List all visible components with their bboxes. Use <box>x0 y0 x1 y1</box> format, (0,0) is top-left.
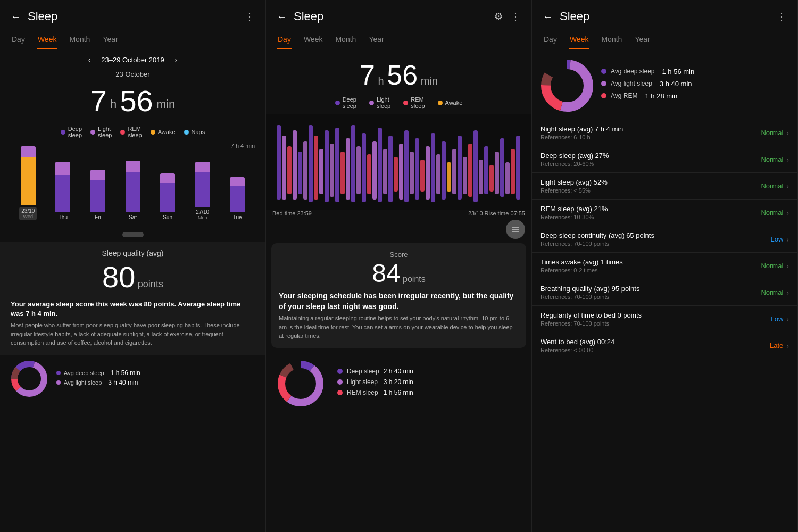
metric-row-7[interactable]: Regularity of time to bed 0 points Refer… <box>532 306 797 332</box>
svg-rect-36 <box>442 141 446 200</box>
dl2-light-val: 3 h 20 min <box>384 378 413 386</box>
p3-light-val: 3 h 40 min <box>660 80 692 88</box>
settings-icon-2[interactable]: ⚙ <box>494 11 503 22</box>
bar-chart-1: 7 h 4 min 23/10Wed Thu <box>0 143 265 228</box>
bar-2[interactable]: Thu <box>48 151 79 220</box>
page-title-1: Sleep <box>28 10 57 23</box>
tab-p3-day[interactable]: Day <box>543 32 558 49</box>
dl2-rem-val: 1 h 56 min <box>384 389 413 396</box>
deep-dot-1 <box>61 130 65 135</box>
metric-status-5: Normal <box>761 262 783 270</box>
tab-p3-month[interactable]: Month <box>600 32 623 49</box>
tab-day-1[interactable]: Day <box>11 32 26 49</box>
bar-3[interactable]: Fri <box>82 151 113 220</box>
svg-rect-30 <box>410 152 414 194</box>
p3-rem-dot <box>601 93 606 98</box>
prev-arrow-1[interactable]: ‹ <box>88 56 90 64</box>
dl-deep-dot-1 <box>56 371 61 375</box>
bar-6[interactable]: 27/10Mon <box>187 151 218 220</box>
menu-icon-3[interactable]: ⋮ <box>776 10 787 23</box>
tab-month-1[interactable]: Month <box>68 32 91 49</box>
menu-icon-2[interactable]: ⋮ <box>510 10 521 23</box>
sleep-hours-1: 7 <box>90 84 107 118</box>
p2-legend: Deepsleep Lightsleep REMsleep Awake <box>266 94 531 114</box>
deep-label-1: Deepsleep <box>68 126 82 138</box>
donut-section-1: Avg deep sleep 1 h 56 min Avg light slee… <box>0 355 265 403</box>
metric-row-1[interactable]: Deep sleep (avg) 27% References: 20-60% … <box>532 146 797 173</box>
score-desc-bold: Your sleeping schedule has been irregula… <box>279 291 519 312</box>
naps-dot-1 <box>184 130 189 135</box>
svg-rect-17 <box>340 152 345 194</box>
back-arrow-icon[interactable]: ← <box>11 11 21 23</box>
metric-row-2[interactable]: Light sleep (avg) 52% References: < 55% … <box>532 173 797 200</box>
tab-day-2[interactable]: Day <box>277 32 292 49</box>
bar-date-7: Tue <box>233 214 242 220</box>
svg-rect-6 <box>282 136 286 200</box>
tab-week-2[interactable]: Week <box>303 32 324 49</box>
bar-date-1: 23/10Wed <box>19 207 37 220</box>
p2-rem-label: REMsleep <box>411 96 425 109</box>
score-value: 84 points <box>279 259 519 288</box>
metric-row-8[interactable]: Went to bed (avg) 00:24 References: < 00… <box>532 332 797 359</box>
donut-chart-1 <box>11 360 48 397</box>
page-title-2: Sleep <box>294 10 323 23</box>
svg-rect-29 <box>404 130 409 202</box>
header-1: ← Sleep ⋮ <box>0 0 265 29</box>
bar-date-5: Sun <box>163 214 172 220</box>
metric-right-7: Low › <box>770 315 789 323</box>
date-sub-1: 23 October <box>0 68 265 80</box>
svg-rect-32 <box>420 160 425 192</box>
back-arrow-3[interactable]: ← <box>543 11 553 23</box>
tab-year-2[interactable]: Year <box>368 32 385 49</box>
rise-date-label: 23/10 Rise time 07:55 <box>468 210 525 217</box>
bars-container-1: 23/10Wed Thu Fri <box>11 151 255 220</box>
svg-rect-7 <box>287 146 292 194</box>
bar-5[interactable]: Sun <box>152 151 183 220</box>
tab-month-2[interactable]: Month <box>334 32 357 49</box>
metric-row-5[interactable]: Times awake (avg) 1 times References: 0-… <box>532 253 797 279</box>
metric-right-5: Normal › <box>761 262 789 270</box>
tab-year-1[interactable]: Year <box>102 32 119 49</box>
svg-rect-21 <box>362 133 366 202</box>
svg-rect-5 <box>277 125 281 200</box>
sleep-mins-2: 56 <box>387 60 418 90</box>
svg-rect-39 <box>458 136 462 200</box>
metric-row-4[interactable]: Deep sleep continuity (avg) 65 points Re… <box>532 226 797 253</box>
metric-name-7: Regularity of time to bed 0 points <box>541 311 642 319</box>
bar-7[interactable]: Tue <box>222 151 253 220</box>
metric-status-7: Low <box>770 315 783 323</box>
chart-top-label-1: 7 h 4 min <box>11 143 255 149</box>
svg-rect-48 <box>505 162 510 194</box>
p3-deep-dot <box>601 69 606 74</box>
bar-1[interactable]: 23/10Wed <box>13 151 44 220</box>
svg-rect-31 <box>415 138 419 200</box>
metric-ref-0: References: 6-10 h <box>541 134 623 140</box>
metric-row-0[interactable]: Night sleep (avg) 7 h 4 min References: … <box>532 120 797 146</box>
dl-deep-label-1: Avg deep sleep <box>64 370 104 376</box>
tab-p3-week[interactable]: Week <box>569 32 590 49</box>
donut-legend-1: Avg deep sleep 1 h 56 min Avg light slee… <box>56 369 140 388</box>
panel-2: ← Sleep ⚙ ⋮ Day Week Month Year 7 h 56 m… <box>266 0 532 532</box>
chevron-icon-5: › <box>786 262 789 270</box>
p2-donut-chart <box>277 360 325 408</box>
next-arrow-1[interactable]: › <box>175 56 177 64</box>
metric-name-4: Deep sleep continuity (avg) 65 points <box>541 231 654 239</box>
metric-ref-7: References: 70-100 points <box>541 320 642 327</box>
metric-row-3[interactable]: REM sleep (avg) 21% References: 10-30% N… <box>532 200 797 226</box>
menu-icon-1[interactable]: ⋮ <box>244 10 255 23</box>
back-arrow-2[interactable]: ← <box>277 11 287 23</box>
header-3: ← Sleep ⋮ <box>532 0 797 29</box>
metric-name-3: REM sleep (avg) 21% <box>541 205 608 213</box>
metric-row-6[interactable]: Breathing quality (avg) 95 points Refere… <box>532 279 797 306</box>
svg-rect-12 <box>314 136 318 200</box>
p3-donut-chart <box>541 59 594 112</box>
svg-rect-49 <box>511 149 515 194</box>
svg-rect-37 <box>447 162 451 192</box>
tab-week-1[interactable]: Week <box>37 32 58 49</box>
bar-4[interactable]: Sat <box>118 151 148 220</box>
metric-status-0: Normal <box>761 129 783 137</box>
tab-p3-year[interactable]: Year <box>634 32 651 49</box>
chevron-icon-7: › <box>786 315 789 323</box>
toggle-button[interactable] <box>506 220 525 239</box>
metric-left-4: Deep sleep continuity (avg) 65 points Re… <box>541 231 654 247</box>
